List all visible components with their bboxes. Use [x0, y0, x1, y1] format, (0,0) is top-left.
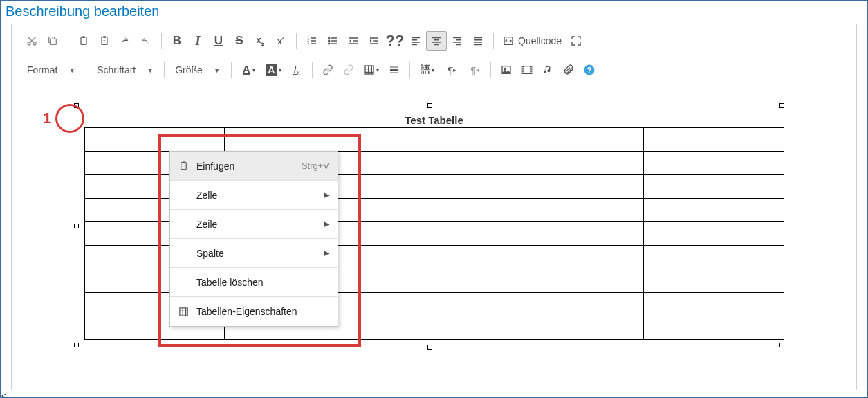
size-combo[interactable]: Größe▼ — [169, 60, 226, 80]
redo-icon[interactable] — [136, 31, 156, 51]
bg-color-icon[interactable]: A▾ — [261, 60, 286, 80]
svg-rect-3 — [81, 37, 86, 45]
context-menu: Einfügen Strg+V Zelle ▶ Zeile ▶ Spalte ▶… — [169, 151, 338, 327]
audio-icon[interactable] — [537, 60, 558, 80]
video-icon[interactable] — [517, 60, 537, 80]
paste-icon — [177, 161, 190, 171]
hr-icon[interactable] — [384, 60, 405, 80]
image-icon[interactable] — [496, 60, 517, 80]
svg-point-13 — [329, 43, 330, 44]
ctx-column[interactable]: Spalte ▶ — [170, 239, 338, 268]
svg-rect-15 — [365, 66, 373, 74]
table-icon[interactable]: ▾ — [359, 60, 384, 80]
svg-rect-30 — [182, 161, 185, 163]
ctx-label: Spalte — [196, 248, 317, 259]
ctx-paste[interactable]: Einfügen Strg+V — [170, 152, 338, 181]
svg-rect-25 — [530, 69, 531, 70]
ctx-label: Zelle — [196, 190, 317, 201]
table-caption: Test Tabelle — [84, 114, 784, 126]
source-button[interactable]: Quellcode — [499, 31, 566, 51]
ctx-label: Zeile — [196, 219, 317, 230]
attachment-icon[interactable] — [558, 60, 579, 80]
strike-icon[interactable]: S — [229, 31, 250, 51]
ctx-shortcut: Strg+V — [302, 161, 329, 171]
ctx-label: Tabelle löschen — [196, 277, 329, 288]
underline-icon[interactable]: U — [208, 31, 229, 51]
table-row — [84, 128, 784, 152]
svg-point-11 — [329, 37, 330, 39]
unlink-icon[interactable] — [338, 60, 359, 80]
text-color-icon[interactable]: A▾ — [237, 60, 261, 80]
ctx-delete-table[interactable]: Tabelle löschen — [170, 268, 338, 297]
svg-text:?: ? — [587, 66, 591, 74]
font-combo[interactable]: Schriftart▼ — [91, 60, 159, 80]
chevron-right-icon: ▶ — [324, 190, 329, 199]
page-title: Beschreibung bearbeiten — [1, 1, 867, 24]
paste-special-icon[interactable]: T — [94, 31, 115, 51]
svg-rect-4 — [82, 36, 85, 38]
superscript-icon[interactable]: x² — [270, 31, 291, 51]
align-left-icon[interactable] — [405, 31, 426, 51]
language-icon[interactable]: 語▾ — [415, 60, 440, 80]
align-center-icon[interactable] — [426, 31, 447, 51]
ctx-cell[interactable]: Zelle ▶ — [170, 181, 338, 210]
undo-icon[interactable] — [115, 31, 136, 51]
svg-point-1 — [33, 42, 36, 45]
help-icon[interactable]: ? — [579, 60, 600, 80]
svg-rect-2 — [50, 39, 56, 44]
chevron-right-icon: ▶ — [324, 219, 329, 228]
ctx-row[interactable]: Zeile ▶ — [170, 210, 338, 239]
ctx-label: Einfügen — [196, 161, 295, 172]
outdent-icon[interactable] — [343, 31, 364, 51]
chevron-right-icon: ▶ — [324, 248, 329, 257]
svg-rect-31 — [179, 307, 187, 315]
numbered-list-icon[interactable]: 123 — [302, 31, 322, 51]
indent-icon[interactable] — [364, 31, 385, 51]
paste-icon[interactable] — [73, 31, 94, 51]
font-label: Schriftart — [97, 64, 136, 75]
ltr-icon[interactable]: ¶▸ — [440, 60, 465, 80]
subscript-icon[interactable]: x₂ — [250, 31, 270, 51]
format-label: Format — [27, 64, 57, 75]
source-label: Quellcode — [518, 35, 562, 46]
svg-point-17 — [504, 68, 506, 70]
cut-icon[interactable] — [21, 31, 42, 51]
svg-point-12 — [329, 40, 330, 42]
table-icon — [177, 307, 190, 317]
format-combo[interactable]: Format▼ — [21, 60, 81, 80]
svg-rect-29 — [181, 163, 186, 170]
italic-icon[interactable]: I — [187, 31, 208, 51]
svg-rect-21 — [522, 67, 523, 68]
svg-rect-26 — [530, 72, 531, 73]
maximize-icon[interactable] — [566, 31, 587, 51]
remove-format-icon[interactable]: Ix — [286, 60, 307, 80]
svg-rect-22 — [522, 69, 523, 70]
size-label: Größe — [175, 64, 203, 75]
link-icon[interactable] — [317, 60, 338, 80]
bold-icon[interactable]: B — [167, 31, 187, 51]
editor-canvas[interactable]: Test Tabelle — [12, 92, 856, 390]
svg-text:T: T — [103, 39, 106, 44]
copy-icon[interactable] — [42, 31, 63, 51]
rtl-icon[interactable]: ¶◂ — [465, 60, 486, 80]
blockquote-icon[interactable]: ?? — [385, 31, 405, 51]
align-right-icon[interactable] — [447, 31, 468, 51]
ctx-table-properties[interactable]: Tabellen-Eigenschaften — [170, 297, 338, 326]
svg-rect-24 — [530, 67, 531, 68]
align-justify-icon[interactable] — [468, 31, 488, 51]
svg-point-0 — [28, 42, 30, 45]
svg-text:3: 3 — [307, 42, 309, 45]
svg-rect-23 — [522, 72, 523, 73]
svg-rect-6 — [103, 36, 106, 38]
ctx-label: Tabellen-Eigenschaften — [196, 306, 329, 317]
toolbar: T B I U S x₂ x² 123 — [12, 24, 856, 92]
bullet-list-icon[interactable] — [322, 31, 343, 51]
editor: T B I U S x₂ x² 123 — [11, 24, 857, 390]
